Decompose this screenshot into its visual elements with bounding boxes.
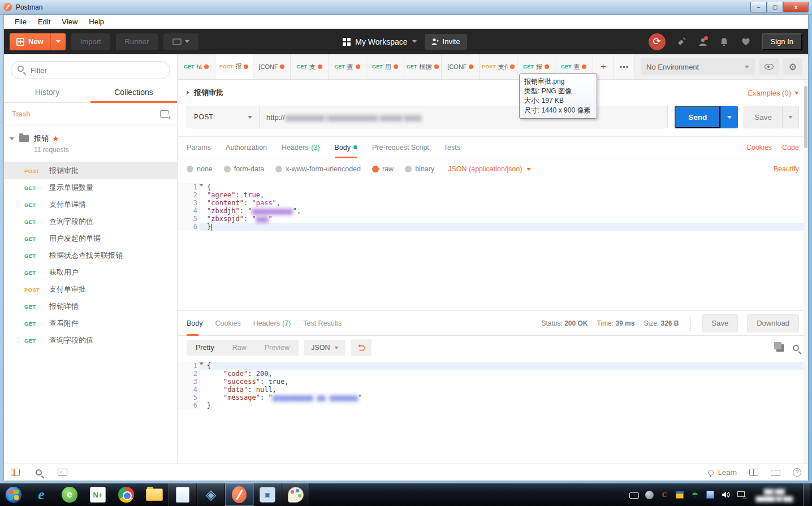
request-tab[interactable]: GET查 xyxy=(329,54,366,79)
taskbar-snipping-tool[interactable]: ▣ xyxy=(253,483,282,506)
learn-link[interactable]: Learn xyxy=(708,468,737,477)
save-request-button[interactable]: Save xyxy=(744,106,782,128)
taskbar-file-explorer[interactable] xyxy=(140,483,169,506)
sign-in-button[interactable]: Sign In xyxy=(762,33,802,50)
wrap-text-button[interactable]: ⮌ xyxy=(351,339,372,356)
response-tab-headers[interactable]: Headers(7) xyxy=(253,311,291,335)
taskbar-clock[interactable]: ▆▆:▆▆▆▆▆▆/▆/▆▆ xyxy=(751,487,797,502)
collection-row[interactable]: 报销 ★ 11 requests xyxy=(4,126,177,162)
list-item[interactable]: POST报销审批 xyxy=(4,162,177,179)
runner-button[interactable]: Runner xyxy=(116,33,158,50)
request-tab[interactable]: [CONFL xyxy=(253,54,291,79)
menu-item-view[interactable]: View xyxy=(57,16,83,28)
body-mode-binary[interactable]: binary xyxy=(405,165,434,173)
method-select[interactable]: POST xyxy=(187,106,260,128)
taskbar-diamond-app[interactable]: ◈ xyxy=(197,483,225,506)
view-pretty[interactable]: Pretty xyxy=(187,340,223,356)
view-preview[interactable]: Preview xyxy=(256,340,299,356)
save-dropdown-caret[interactable] xyxy=(782,106,799,128)
tray-umbrella-icon[interactable]: ☂ xyxy=(690,490,700,500)
close-button[interactable]: x xyxy=(783,2,809,12)
fold-caret-icon[interactable] xyxy=(199,362,204,365)
sync-icon[interactable]: ⟳ xyxy=(649,33,666,50)
minimize-button[interactable]: – xyxy=(750,2,767,12)
view-raw[interactable]: Raw xyxy=(223,340,256,356)
list-item[interactable]: GET支付单详情 xyxy=(4,196,177,213)
send-dropdown-caret[interactable] xyxy=(720,106,738,128)
response-format-select[interactable]: JSON xyxy=(304,340,345,356)
tray-antivirus-icon[interactable]: C xyxy=(660,490,670,500)
list-item[interactable]: GET获取用户 xyxy=(4,264,177,281)
request-tab[interactable]: GETht xyxy=(178,54,215,79)
tab-tests[interactable]: Tests xyxy=(444,137,460,158)
request-tab[interactable]: GET支 xyxy=(291,54,329,79)
new-dropdown-caret[interactable] xyxy=(50,33,66,50)
maximize-button[interactable]: ▢ xyxy=(767,2,783,12)
request-tab[interactable]: GET根据状 xyxy=(404,54,442,79)
menu-item-edit[interactable]: Edit xyxy=(33,16,55,28)
tray-globe-icon[interactable] xyxy=(645,490,654,500)
taskbar-notepad-plus-plus[interactable]: N+ xyxy=(84,483,112,506)
scrollbar[interactable] xyxy=(804,80,808,464)
sidebar-tab-history[interactable]: History xyxy=(4,81,90,102)
keyboard-shortcuts-icon[interactable] xyxy=(771,470,780,476)
fold-caret-icon[interactable] xyxy=(199,184,204,187)
cookies-link[interactable]: Cookies xyxy=(746,144,772,152)
list-item[interactable]: GET根据状态查找关联报销 xyxy=(4,247,177,264)
body-mode-raw[interactable]: raw xyxy=(372,165,394,173)
request-tab[interactable]: POST支付 xyxy=(480,54,517,79)
request-body-editor[interactable]: 1{2"agree": true,3"content": "pass",4"zb… xyxy=(178,180,808,311)
list-item[interactable]: POST支付单审批 xyxy=(4,281,177,298)
response-tab-test-results[interactable]: Test Results xyxy=(303,311,342,335)
taskbar-notepad[interactable] xyxy=(169,483,197,506)
console-icon[interactable] xyxy=(58,469,67,476)
show-desktop-button[interactable] xyxy=(803,483,810,506)
global-search-icon[interactable] xyxy=(36,469,42,475)
tab-authorization[interactable]: Authorization xyxy=(226,137,267,158)
open-new-window-button[interactable] xyxy=(163,33,198,50)
new-button[interactable]: New xyxy=(10,33,66,50)
tray-network-warning-icon[interactable]: ⚠ xyxy=(736,490,746,500)
search-response-icon[interactable] xyxy=(793,345,799,351)
list-item[interactable]: GET查询字段的值 xyxy=(4,332,177,349)
tray-image-viewer-icon[interactable] xyxy=(706,490,715,500)
content-type-select[interactable]: JSON (application/json) xyxy=(448,165,530,173)
url-input[interactable]: http:// ▆▆▆▆▆▆▆ ▆▆▆▆▆▆▆▆▆ ▆▆▆▆ ▆▆▆ xyxy=(260,106,667,128)
examples-dropdown[interactable]: Examples (0) xyxy=(748,89,799,97)
send-button[interactable]: Send xyxy=(675,106,720,128)
tab-body[interactable]: Body xyxy=(335,137,358,158)
environment-select[interactable]: No Environment xyxy=(641,58,755,75)
taskbar-chrome[interactable] xyxy=(112,483,140,506)
new-collection-icon[interactable] xyxy=(160,110,169,118)
save-response-button[interactable]: Save xyxy=(702,314,738,332)
tray-app-window-icon[interactable] xyxy=(675,490,685,500)
code-link[interactable]: Code xyxy=(782,144,799,152)
list-item[interactable]: GET查询字段的值 xyxy=(4,213,177,230)
sidebar-toggle-icon[interactable] xyxy=(11,469,20,476)
bell-icon[interactable] xyxy=(719,36,730,47)
request-meta-expand-icon[interactable] xyxy=(187,90,189,95)
list-item[interactable]: GET显示单据数量 xyxy=(4,179,177,196)
filter-input[interactable] xyxy=(11,61,170,79)
invite-button[interactable]: Invite xyxy=(425,34,467,50)
more-tabs-button[interactable]: ••• xyxy=(614,54,635,79)
response-tab-body[interactable]: Body xyxy=(187,311,203,335)
environment-quicklook-button[interactable] xyxy=(759,58,779,75)
tab-headers[interactable]: Headers(3) xyxy=(282,137,320,158)
tab-params[interactable]: Params xyxy=(187,137,211,158)
help-icon[interactable]: ? xyxy=(793,468,801,477)
body-mode-none[interactable]: none xyxy=(187,165,213,173)
taskbar-browser-360[interactable]: e xyxy=(55,483,84,506)
import-button[interactable]: Import xyxy=(71,33,110,50)
menu-item-file[interactable]: File xyxy=(10,16,32,28)
download-response-button[interactable]: Download xyxy=(747,314,799,332)
copy-icon[interactable] xyxy=(776,344,784,352)
satellite-icon[interactable] xyxy=(676,36,687,47)
two-pane-layout-icon[interactable] xyxy=(749,469,758,476)
body-mode-x-www-form-urlencoded[interactable]: x-www-form-urlencoded xyxy=(275,165,361,173)
request-tab[interactable]: POST报 xyxy=(215,54,253,79)
sidebar-tab-collections[interactable]: Collections xyxy=(90,81,177,102)
request-tab[interactable]: [CONFL xyxy=(442,54,480,79)
taskbar-postman[interactable] xyxy=(225,483,253,506)
heart-icon[interactable] xyxy=(740,36,751,47)
